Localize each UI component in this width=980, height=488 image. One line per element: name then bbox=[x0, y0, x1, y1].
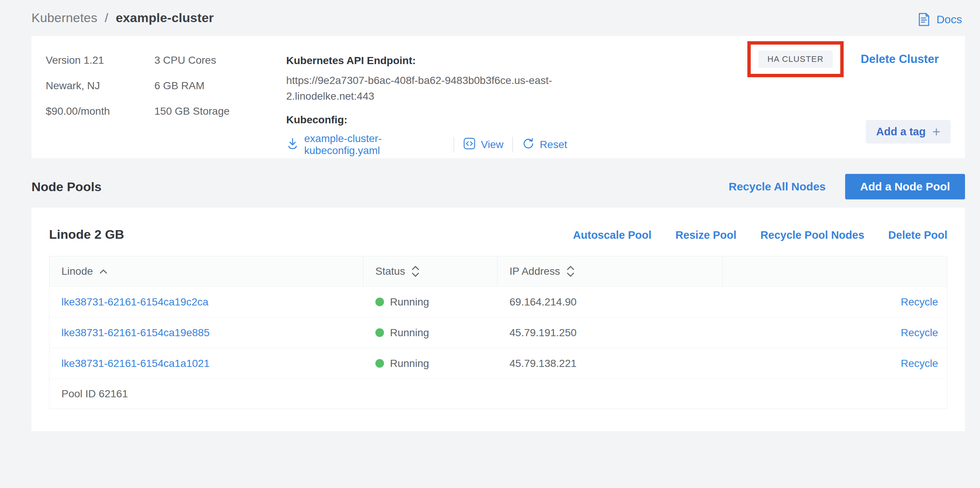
node-ip: 45.79.138.221 bbox=[498, 357, 723, 370]
recycle-node-button[interactable]: Recycle bbox=[900, 296, 938, 308]
sort-both-icon bbox=[566, 265, 575, 278]
recycle-node-button[interactable]: Recycle bbox=[900, 327, 938, 339]
kubeconfig-label: Kubeconfig: bbox=[286, 114, 567, 126]
download-icon bbox=[286, 137, 299, 153]
reset-label: Reset bbox=[540, 139, 567, 151]
api-endpoint-label: Kubernetes API Endpoint: bbox=[286, 55, 567, 67]
column-label: Linode bbox=[61, 265, 93, 277]
view-label: View bbox=[481, 139, 503, 151]
docs-label: Docs bbox=[937, 13, 962, 26]
add-node-pool-button[interactable]: Add a Node Pool bbox=[845, 174, 965, 199]
recycle-node-button[interactable]: Recycle bbox=[900, 357, 938, 370]
node-link[interactable]: lke38731-62161-6154ca19c2ca bbox=[61, 296, 208, 308]
add-tag-label: Add a tag bbox=[876, 126, 926, 138]
cluster-ram: 6 GB RAM bbox=[154, 80, 286, 91]
cluster-summary-card: Version 1.21 Newark, NJ $90.00/month 3 C… bbox=[32, 36, 965, 158]
node-ip: 45.79.191.250 bbox=[498, 327, 723, 339]
pool-actions: Autoscale Pool Resize Pool Recycle Pool … bbox=[573, 229, 947, 241]
ha-cluster-badge: HA CLUSTER bbox=[758, 51, 832, 68]
cluster-storage: 150 GB Storage bbox=[154, 106, 286, 117]
pool-name: Linode 2 GB bbox=[49, 227, 124, 242]
table-row: lke38731-62161-6154ca1a1021 Running 45.7… bbox=[49, 348, 947, 378]
node-status: Running bbox=[363, 296, 498, 308]
breadcrumb-cluster-name: example-cluster bbox=[116, 11, 214, 25]
sort-asc-icon bbox=[99, 269, 108, 274]
node-pools-title: Node Pools bbox=[32, 180, 102, 194]
node-status: Running bbox=[363, 357, 498, 370]
column-label: Status bbox=[375, 265, 405, 277]
status-label: Running bbox=[390, 357, 429, 370]
breadcrumb: Kubernetes / example-cluster bbox=[32, 11, 214, 25]
cluster-region: Newark, NJ bbox=[46, 80, 154, 91]
status-label: Running bbox=[390, 327, 429, 339]
divider bbox=[453, 137, 454, 153]
column-header-ip-address[interactable]: IP Address bbox=[498, 256, 723, 286]
cluster-cpu: 3 CPU Cores bbox=[154, 55, 286, 66]
cluster-specs-column-1: Version 1.21 Newark, NJ $90.00/month bbox=[46, 55, 154, 143]
kubeconfig-filename: example-cluster-kubeconfig.yaml bbox=[304, 133, 445, 157]
node-pool-card: Linode 2 GB Autoscale Pool Resize Pool R… bbox=[32, 207, 965, 431]
column-label: IP Address bbox=[509, 265, 560, 277]
status-dot-running bbox=[375, 329, 384, 337]
column-header-actions bbox=[723, 256, 947, 286]
table-row: lke38731-62161-6154ca19e885 Running 45.7… bbox=[49, 317, 947, 348]
pool-id-footer: Pool ID 62161 bbox=[49, 378, 947, 408]
nodes-table-header: Linode Status IP Address bbox=[49, 256, 947, 286]
plus-icon: + bbox=[932, 127, 940, 137]
node-link[interactable]: lke38731-62161-6154ca1a1021 bbox=[61, 357, 209, 369]
breadcrumb-kubernetes-link[interactable]: Kubernetes bbox=[32, 11, 97, 25]
kubeconfig-download-link[interactable]: example-cluster-kubeconfig.yaml bbox=[286, 133, 445, 157]
autoscale-pool-button[interactable]: Autoscale Pool bbox=[573, 229, 652, 241]
cluster-specs-column-2: 3 CPU Cores 6 GB RAM 150 GB Storage bbox=[154, 55, 286, 143]
status-dot-running bbox=[375, 359, 384, 368]
recycle-all-nodes-button[interactable]: Recycle All Nodes bbox=[729, 180, 826, 193]
api-endpoint-url: https://9e2a7307-b6ac-408f-ba62-9483b0b3… bbox=[286, 73, 567, 104]
recycle-pool-nodes-button[interactable]: Recycle Pool Nodes bbox=[760, 229, 864, 241]
node-link[interactable]: lke38731-62161-6154ca19e885 bbox=[61, 327, 209, 338]
pool-header: Linode 2 GB Autoscale Pool Resize Pool R… bbox=[49, 227, 947, 242]
code-icon bbox=[463, 137, 476, 153]
column-header-linode[interactable]: Linode bbox=[49, 256, 363, 286]
delete-pool-button[interactable]: Delete Pool bbox=[888, 229, 947, 241]
delete-cluster-button[interactable]: Delete Cluster bbox=[861, 53, 939, 66]
breadcrumb-separator: / bbox=[105, 11, 109, 25]
docs-link[interactable]: Docs bbox=[916, 12, 962, 27]
node-ip: 69.164.214.90 bbox=[498, 296, 723, 308]
column-header-status[interactable]: Status bbox=[363, 256, 498, 286]
status-dot-running bbox=[375, 298, 384, 306]
cluster-connection-column: Kubernetes API Endpoint: https://9e2a730… bbox=[286, 55, 567, 143]
kubeconfig-reset-button[interactable]: Reset bbox=[522, 137, 567, 153]
reset-icon bbox=[522, 137, 535, 153]
resize-pool-button[interactable]: Resize Pool bbox=[675, 229, 737, 241]
cluster-header-actions: HA CLUSTER Delete Cluster bbox=[747, 41, 939, 77]
docs-icon bbox=[916, 12, 931, 27]
kubeconfig-view-button[interactable]: View bbox=[463, 137, 503, 153]
table-row: lke38731-62161-6154ca19c2ca Running 69.1… bbox=[49, 286, 947, 317]
node-pools-actions: Recycle All Nodes Add a Node Pool bbox=[729, 174, 965, 199]
kubeconfig-actions-row: example-cluster-kubeconfig.yaml View bbox=[286, 133, 567, 157]
sort-both-icon bbox=[411, 265, 420, 278]
nodes-table: Linode Status IP Address bbox=[49, 256, 947, 409]
cluster-price: $90.00/month bbox=[46, 106, 154, 117]
top-bar: Kubernetes / example-cluster Docs bbox=[0, 0, 980, 27]
cluster-version: Version 1.21 bbox=[46, 55, 154, 66]
node-pools-bar: Node Pools Recycle All Nodes Add a Node … bbox=[32, 174, 965, 199]
ha-cluster-highlight-box: HA CLUSTER bbox=[747, 41, 843, 77]
node-status: Running bbox=[363, 327, 498, 339]
add-tag-button[interactable]: Add a tag + bbox=[866, 120, 951, 144]
status-label: Running bbox=[390, 296, 429, 308]
divider bbox=[512, 137, 513, 153]
